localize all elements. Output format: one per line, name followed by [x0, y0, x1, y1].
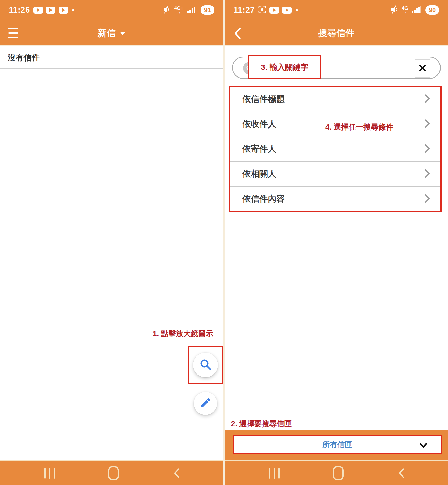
status-bar: 11:26 4G+ ↓↑ — [0, 3, 223, 18]
screen-search-mail: 11:27 4G ↓↑ — [225, 0, 448, 485]
status-left: 11:26 — [9, 5, 74, 15]
status-bar: 11:27 4G ↓↑ — [225, 3, 448, 18]
more-notifications-dot-icon — [72, 9, 74, 11]
status-right: 4G ↓↑ 90 — [390, 5, 439, 15]
option-by-content[interactable]: 依信件內容 — [230, 186, 440, 211]
page-title: 新信 — [98, 27, 116, 39]
chevron-down-icon — [419, 443, 427, 450]
status-right: 4G+ ↓↑ 91 — [162, 5, 214, 15]
search-options-list: 依信件標題 依收件人 依寄件人 依相關人 — [229, 86, 442, 212]
mute-icon — [162, 5, 171, 15]
app-bar: 搜尋信件 — [225, 20, 448, 46]
data-arrows-icon: ↓↑ — [403, 11, 407, 15]
nav-home-button[interactable] — [103, 461, 124, 485]
play-notification-icon — [59, 7, 68, 14]
option-by-sender[interactable]: 依寄件人 — [230, 137, 440, 161]
nav-home-button[interactable] — [328, 461, 349, 485]
search-icon — [199, 358, 212, 372]
dropdown-triangle-icon — [120, 32, 126, 35]
chevron-right-icon — [424, 169, 430, 179]
signal-bars-icon — [187, 5, 197, 15]
system-nav-bar — [225, 460, 448, 485]
tutorial-screenshot-pair: 11:26 4G+ ↓↑ — [0, 0, 448, 485]
screen-mail-list: 11:26 4G+ ↓↑ — [0, 0, 223, 485]
screen-capture-icon — [258, 5, 266, 15]
play-notification-icon — [33, 7, 43, 14]
annotation-step3: 3. 輸入關鍵字 — [248, 55, 321, 79]
option-by-subject[interactable]: 依信件標題 — [230, 87, 440, 112]
folder-title-dropdown[interactable]: 新信 — [0, 20, 223, 46]
more-notifications-dot-icon — [296, 9, 298, 11]
system-nav-bar — [0, 460, 223, 485]
nav-back-button[interactable] — [391, 461, 412, 485]
nav-back-button[interactable] — [166, 461, 187, 485]
mailbox-selector-band: 所有信匣 — [225, 430, 448, 460]
nav-recents-button[interactable] — [264, 461, 285, 485]
option-by-related-person[interactable]: 依相關人 — [230, 161, 440, 186]
page-title: 搜尋信件 — [318, 27, 354, 39]
search-fab-button[interactable] — [193, 353, 218, 377]
compose-fab-button[interactable] — [194, 392, 217, 415]
signal-bars-icon — [412, 5, 422, 15]
page-title-wrap: 搜尋信件 — [225, 20, 448, 46]
x-cross-icon — [419, 64, 426, 73]
status-time: 11:27 — [234, 5, 255, 15]
play-notification-icon — [46, 7, 55, 14]
top-orange-bar: 11:26 4G+ ↓↑ — [0, 0, 223, 46]
mailbox-selector[interactable]: 所有信匣 — [233, 435, 442, 454]
nav-recents-button[interactable] — [39, 461, 60, 485]
chevron-right-icon — [424, 144, 430, 154]
chevron-right-icon — [424, 194, 430, 204]
network-type-indicator: 4G+ ↓↑ — [174, 6, 184, 15]
battery-icon: 90 — [425, 5, 439, 15]
status-left: 11:27 — [234, 5, 298, 15]
empty-mail-message: 沒有信件 — [0, 47, 223, 69]
chevron-right-icon — [424, 119, 430, 129]
clear-search-button[interactable] — [415, 59, 430, 78]
data-arrows-icon: ↓↑ — [177, 11, 181, 15]
network-type-indicator: 4G ↓↑ — [402, 6, 408, 15]
top-orange-bar: 11:27 4G ↓↑ — [225, 0, 448, 46]
app-bar: 新信 — [0, 20, 223, 46]
option-by-recipient[interactable]: 依收件人 — [230, 112, 440, 137]
mailbox-selector-label: 所有信匣 — [322, 440, 352, 450]
play-notification-icon — [282, 7, 292, 14]
play-notification-icon — [269, 7, 279, 14]
chevron-right-icon — [424, 94, 430, 104]
status-time: 11:26 — [9, 5, 30, 15]
pencil-icon — [200, 397, 211, 410]
mute-icon — [390, 5, 399, 15]
battery-icon: 91 — [201, 5, 214, 15]
annotation-step1: 1. 點擊放大鏡圖示 — [121, 329, 223, 339]
annotation-step2: 2. 選擇要搜尋信匣 — [231, 419, 292, 429]
